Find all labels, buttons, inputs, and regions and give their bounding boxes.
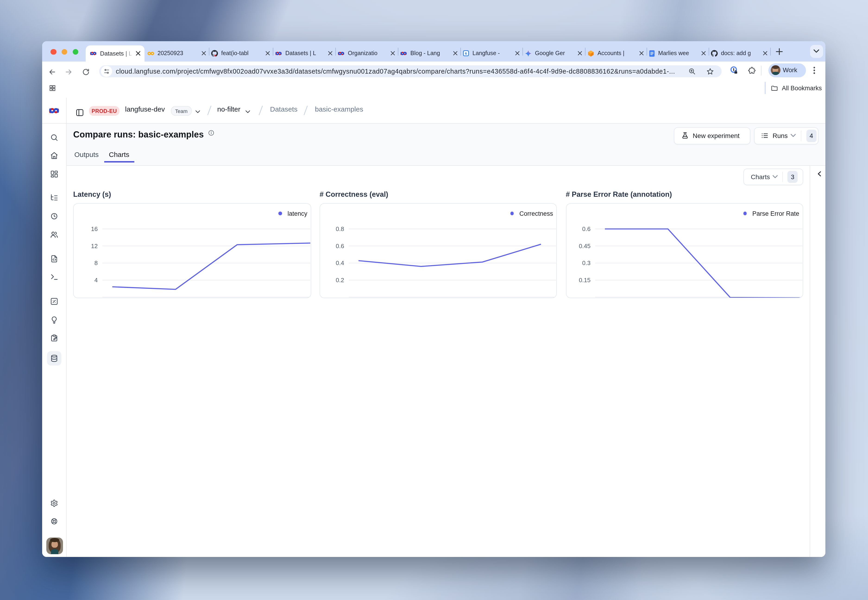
svg-text:4: 4 (94, 276, 98, 283)
svg-text:0.4: 0.4 (336, 259, 344, 266)
svg-text:8: 8 (94, 259, 98, 266)
svg-text:0.6: 0.6 (336, 242, 344, 249)
svg-text:0.2: 0.2 (336, 276, 344, 283)
svg-text:16: 16 (91, 225, 98, 232)
svg-text:6: 6 (465, 52, 467, 55)
svg-text:0.3: 0.3 (582, 259, 590, 266)
svg-text:0.45: 0.45 (578, 242, 590, 249)
svg-text:0.15: 0.15 (578, 276, 590, 283)
svg-text:0.8: 0.8 (336, 225, 344, 232)
svg-text:0.6: 0.6 (582, 225, 590, 232)
svg-text:12: 12 (91, 242, 98, 249)
